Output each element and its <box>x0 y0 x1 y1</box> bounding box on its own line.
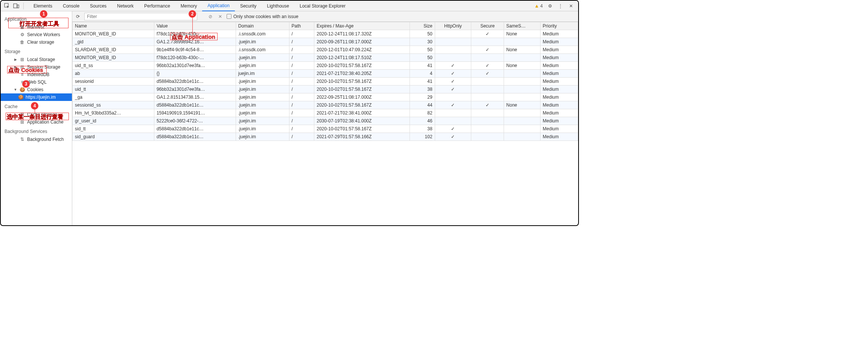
sidebar-item-manifest[interactable]: Manifest <box>1 23 72 31</box>
disclosure-triangle-icon: ▶ <box>14 65 17 69</box>
table-row[interactable]: uid_tt_ss96bb32a1301d7ee3fa….juejin.im/2… <box>73 62 578 70</box>
cell: 41 <box>410 62 435 70</box>
cell: uid_tt <box>73 86 154 93</box>
cell: / <box>289 62 314 70</box>
cell: 2021-07-21T02:38:41.000Z <box>314 109 410 117</box>
sidebar-item-application-cache[interactable]: ⊞Application Cache <box>1 118 72 126</box>
table-row[interactable]: sid_ttd5884ba322db1e11c….juejin.im/2020-… <box>73 125 578 133</box>
cell <box>471 38 504 46</box>
cell: Medium <box>540 70 578 78</box>
table-row[interactable]: gr_user_id5222fce0-36f2-4722-….juejin.im… <box>73 117 578 125</box>
table-row[interactable]: SLARDAR_WEB_ID9b1e4ff4-9c9f-4c54-8….i.sn… <box>73 46 578 54</box>
cell: None <box>504 101 541 109</box>
inspect-icon[interactable] <box>4 3 11 9</box>
file-icon <box>20 24 25 30</box>
cookies-filterbar: ⟳ ⊘ ✕ Only show cookies with an issue <box>72 11 578 22</box>
cell <box>471 93 504 101</box>
cell: sid_guard <box>73 133 154 141</box>
sidebar-item-label: Service Workers <box>27 32 60 37</box>
sidebar-item-web-sql[interactable]: ≡Web SQL <box>1 78 72 86</box>
cell: 38 <box>410 125 435 133</box>
cell: ✓ <box>435 133 471 141</box>
cell: 2020-09-26T11:08:17.000Z <box>314 38 410 46</box>
column-header-expires-max-age[interactable]: Expires / Max-Age <box>314 22 410 30</box>
cell: None <box>504 46 541 54</box>
warning-icon: ▲ <box>534 3 539 9</box>
cell: .juejin.im <box>236 101 289 109</box>
column-header-httponly[interactable]: HttpOnly <box>435 22 471 30</box>
close-icon[interactable]: ✕ <box>568 3 574 9</box>
filter-input[interactable] <box>84 13 197 20</box>
clear-icon[interactable]: ✕ <box>217 13 224 20</box>
cell <box>504 117 541 125</box>
cell: / <box>289 117 314 125</box>
cell: sid_tt <box>73 125 154 133</box>
tab-local-storage-explorer[interactable]: Local Storage Explorer <box>294 1 351 11</box>
column-header-sames-[interactable]: SameS… <box>504 22 541 30</box>
sidebar-item-service-workers[interactable]: ⚙Service Workers <box>1 31 72 38</box>
tab-performance[interactable]: Performance <box>139 1 175 11</box>
table-row[interactable]: _gidGA1.2.738998942.16….juejin.im/2020-0… <box>73 38 578 46</box>
cell: / <box>289 101 314 109</box>
cell: Medium <box>540 54 578 62</box>
sidebar-item-cookies[interactable]: ▼🍪Cookies <box>1 86 72 93</box>
cell: Medium <box>540 117 578 125</box>
table-row[interactable]: sessionid_ssd5884ba322db1e11c….juejin.im… <box>73 101 578 109</box>
sidebar-item-https-juejin-im[interactable]: 🍪https://juejin.im <box>1 93 72 101</box>
column-header-size[interactable]: Size <box>410 22 435 30</box>
cell: {} <box>154 70 236 78</box>
sidebar-item-cache-storage[interactable]: ▶⊞Cache Storage <box>1 111 72 118</box>
sidebar-item-label: Background Fetch <box>27 137 64 142</box>
kebab-icon[interactable]: ⋮ <box>557 3 564 9</box>
table-row[interactable]: Hm_lvt_93bbd335a2…1594190919,1594191….ju… <box>73 109 578 117</box>
column-header-name[interactable]: Name <box>73 22 154 30</box>
device-icon[interactable] <box>13 3 20 9</box>
tab-elements[interactable]: Elements <box>28 1 58 11</box>
block-icon[interactable]: ⊘ <box>207 13 214 20</box>
tab-sources[interactable]: Sources <box>85 1 112 11</box>
only-issue-checkbox[interactable]: Only show cookies with an issue <box>227 14 298 19</box>
column-header-secure[interactable]: Secure <box>471 22 504 30</box>
updown-icon: ⇅ <box>20 137 25 142</box>
cell: None <box>504 30 541 38</box>
sidebar-item-local-storage[interactable]: ▶⊞Local Storage <box>1 56 72 63</box>
column-header-domain[interactable]: Domain <box>236 22 289 30</box>
tab-security[interactable]: Security <box>235 1 262 11</box>
table-row[interactable]: uid_tt96bb32a1301d7ee3fa….juejin.im/2020… <box>73 86 578 93</box>
cell: / <box>289 46 314 54</box>
tab-memory[interactable]: Memory <box>175 1 202 11</box>
column-header-priority[interactable]: Priority <box>540 22 578 30</box>
sidebar-item-clear-storage[interactable]: 🗑Clear storage <box>1 38 72 46</box>
table-row[interactable]: ab{}juejin.im/2021-07-21T02:38:40.205Z4✓… <box>73 70 578 78</box>
refresh-icon[interactable]: ⟳ <box>75 13 81 20</box>
sidebar-item-background-fetch[interactable]: ⇅Background Fetch <box>1 136 72 143</box>
gear-icon[interactable]: ⚙ <box>547 3 553 9</box>
cell: 50 <box>410 46 435 54</box>
cell: / <box>289 70 314 78</box>
table-row[interactable]: sessionidd5884ba322db1e11c….juejin.im/20… <box>73 78 578 86</box>
cell: 5222fce0-36f2-4722-… <box>154 117 236 125</box>
column-header-value[interactable]: Value <box>154 22 236 30</box>
tab-lighthouse[interactable]: Lighthouse <box>262 1 294 11</box>
table-row[interactable]: _gaGA1.2.815134738.15….juejin.im/2022-09… <box>73 93 578 101</box>
table-row[interactable]: MONITOR_WEB_IDf78dc120-b63b-430c-….jueji… <box>73 54 578 62</box>
table-row[interactable]: MONITOR_WEB_IDf78dc120-b63b-430c-….i.sns… <box>73 30 578 38</box>
db-grid-icon: ⊞ <box>20 64 25 70</box>
cell: 9b1e4ff4-9c9f-4c54-8… <box>154 46 236 54</box>
cell: 82 <box>410 109 435 117</box>
warnings-badge[interactable]: ▲4 <box>534 3 543 9</box>
cell <box>471 78 504 86</box>
cell: / <box>289 30 314 38</box>
cell: None <box>504 62 541 70</box>
sidebar-item-indexeddb[interactable]: ≡IndexedDB <box>1 71 72 78</box>
column-header-path[interactable]: Path <box>289 22 314 30</box>
cookies-table: NameValueDomainPathExpires / Max-AgeSize… <box>72 22 578 141</box>
tab-network[interactable]: Network <box>112 1 139 11</box>
table-row[interactable]: sid_guardd5884ba322db1e11c….juejin.im/20… <box>73 133 578 141</box>
sidebar-item-label: IndexedDB <box>27 72 49 77</box>
cell: 96bb32a1301d7ee3fa… <box>154 62 236 70</box>
sidebar-group-application: Application <box>1 14 72 23</box>
tab-application[interactable]: Application <box>202 1 235 11</box>
tab-console[interactable]: Console <box>58 1 85 11</box>
sidebar-item-session-storage[interactable]: ▶⊞Session Storage <box>1 63 72 71</box>
